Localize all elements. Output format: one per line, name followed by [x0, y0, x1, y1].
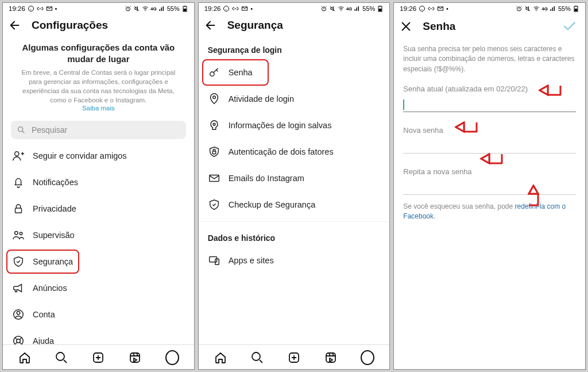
lock-icon — [12, 202, 25, 215]
wifi-icon — [338, 5, 345, 12]
back-arrow-icon[interactable] — [204, 19, 217, 32]
menuitem-password[interactable]: Senha — [199, 59, 390, 86]
svg-rect-25 — [379, 9, 382, 11]
svg-point-8 — [15, 152, 19, 156]
new-password-label: Nova senha — [403, 126, 576, 135]
menuitem-two-factor[interactable]: Autenticação de dois fatores — [199, 139, 390, 165]
new-password-input[interactable] — [403, 137, 576, 154]
security-content: Segurança de login Senha Atividade de lo… — [199, 37, 390, 344]
shield-check-icon — [12, 255, 25, 268]
mail-icon — [437, 5, 444, 12]
svg-rect-42 — [575, 9, 578, 11]
nav-add-icon[interactable] — [287, 351, 301, 365]
menuitem-apps-sites[interactable]: Apps e sites — [199, 247, 390, 274]
mail-icon — [46, 5, 53, 12]
label: Senha — [229, 68, 253, 77]
menuitem-notifications[interactable]: Notificações — [3, 169, 194, 195]
page-title: Configurações — [32, 19, 108, 32]
people-icon — [12, 229, 25, 241]
link-icon — [232, 5, 239, 12]
menuitem-supervision[interactable]: Supervisão — [3, 222, 194, 248]
label: Checkup de Segurança — [229, 200, 316, 209]
status-bar: 19:26 • 4G 55% — [3, 3, 194, 13]
svg-rect-31 — [209, 257, 216, 262]
signal-icon — [354, 5, 361, 12]
nav-reels-icon[interactable] — [324, 351, 338, 365]
field-repeat-password[interactable]: Repita a nova senha — [394, 163, 585, 198]
password-content: Sua senha precisa ter pelo menos seis ca… — [394, 40, 585, 369]
confirm-check-icon[interactable] — [562, 19, 577, 34]
link-icon — [37, 5, 44, 12]
forgot-prefix: Se você esqueceu sua senha, pode — [403, 202, 514, 210]
wifi-icon — [142, 5, 149, 12]
alarm-icon — [516, 5, 523, 12]
field-new-password[interactable]: Nova senha — [394, 121, 585, 157]
label: Autenticação de dois fatores — [229, 147, 334, 156]
nav-home-icon[interactable] — [214, 351, 227, 365]
menuitem-emails[interactable]: Emails do Instagram — [199, 165, 390, 191]
section-login-security: Segurança de login — [199, 37, 390, 59]
password-desc: Sua senha precisa ter pelo menos seis ca… — [394, 40, 585, 80]
nav-search-icon[interactable] — [250, 351, 264, 365]
banner-desc: Em breve, a Central de Contas será o lug… — [18, 68, 179, 105]
whatsapp-icon — [28, 5, 34, 12]
svg-point-19 — [224, 6, 229, 11]
alarm-icon — [125, 5, 131, 12]
nav-profile[interactable] — [361, 351, 374, 365]
svg-point-11 — [20, 232, 22, 235]
menuitem-ads[interactable]: Anúncios — [3, 275, 194, 301]
settings-menu: Seguir e convidar amigos Notificações Pr… — [3, 143, 194, 344]
label: Supervisão — [33, 231, 75, 240]
nav-home-icon[interactable] — [18, 351, 32, 365]
shield-lock-icon — [208, 145, 220, 158]
close-icon[interactable] — [400, 20, 412, 33]
menuitem-help[interactable]: Ajuda — [3, 328, 194, 344]
nav-profile[interactable] — [165, 351, 179, 365]
current-password-input[interactable] — [403, 95, 576, 112]
svg-point-16 — [56, 352, 64, 361]
location-icon — [208, 93, 220, 105]
svg-point-28 — [213, 123, 215, 125]
svg-rect-5 — [184, 6, 185, 6]
repeat-password-input[interactable] — [403, 178, 576, 195]
search-placeholder: Pesquisar — [32, 125, 67, 135]
divider — [199, 221, 390, 222]
menuitem-security[interactable]: Segurança — [3, 248, 194, 275]
banner-title: Algumas configurações da conta vão mudar… — [18, 42, 179, 64]
menuitem-account[interactable]: Conta — [3, 301, 194, 328]
megaphone-icon — [12, 282, 25, 294]
header: Configurações — [3, 13, 194, 37]
whatsapp-icon — [419, 5, 425, 12]
bottom-nav — [3, 344, 194, 369]
status-bar: 19:26 • 4G 55% — [394, 3, 585, 13]
alarm-icon — [320, 5, 327, 12]
menuitem-privacy[interactable]: Privacidade — [3, 195, 194, 222]
user-plus-icon — [12, 149, 25, 162]
nav-reels-icon[interactable] — [128, 351, 142, 365]
svg-point-7 — [18, 127, 23, 132]
menuitem-login-activity[interactable]: Atividade de login — [199, 86, 390, 112]
menuitem-follow-invite[interactable]: Seguir e convidar amigos — [3, 143, 194, 169]
network-4g: 4G — [541, 6, 548, 11]
svg-point-15 — [17, 339, 20, 343]
svg-point-26 — [210, 72, 214, 76]
status-more: • — [55, 6, 57, 12]
banner-link[interactable]: Saiba mais — [18, 105, 179, 112]
back-arrow-icon[interactable] — [9, 19, 21, 32]
nav-add-icon[interactable] — [91, 351, 105, 365]
menuitem-saved-login[interactable]: Informações de login salvas — [199, 112, 390, 139]
label: Privacidade — [33, 204, 76, 213]
mail-icon — [241, 5, 248, 12]
menuitem-checkup[interactable]: Checkup de Segurança — [199, 191, 390, 218]
avatar — [361, 350, 374, 365]
svg-rect-30 — [209, 175, 219, 182]
section-data-history: Dados e histórico — [199, 225, 390, 247]
label: Segurança — [33, 257, 73, 266]
search-input[interactable]: Pesquisar — [11, 121, 186, 139]
link-icon — [428, 5, 435, 12]
search-icon — [17, 125, 26, 135]
field-current-password[interactable]: Senha atual (atualizada em 02/20/22) — [394, 80, 585, 116]
mute-icon — [133, 5, 140, 12]
nav-search-icon[interactable] — [55, 351, 68, 365]
repeat-password-label: Repita a nova senha — [403, 167, 576, 176]
